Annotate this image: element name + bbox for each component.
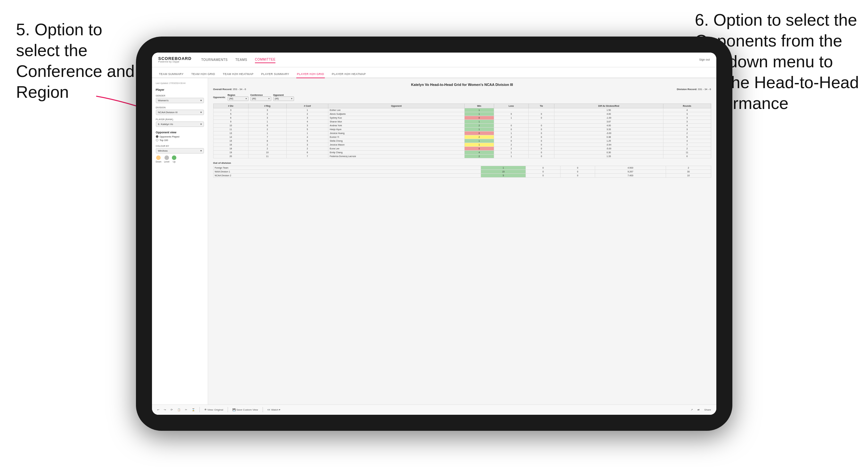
cell-opponent: Eunice Yi xyxy=(328,135,464,139)
cell-win: 1 xyxy=(464,108,494,112)
undo-btn[interactable]: ↩ xyxy=(157,408,159,411)
cell-loss: 1 xyxy=(494,116,529,120)
cell-opponent: Jessica Huang xyxy=(328,131,464,135)
player-rank-label: Player (Rank) xyxy=(156,118,204,121)
nav-item-tournaments[interactable]: TOURNAMENTS xyxy=(201,57,228,63)
ood-cell-rounds: 10 xyxy=(666,174,711,177)
view-original-btn[interactable]: 👁 View: Original xyxy=(204,408,223,411)
ood-cell-loss: 0 xyxy=(526,174,560,177)
sign-out-link[interactable]: Sign out xyxy=(699,58,710,61)
col-header-div: # Div xyxy=(213,103,248,108)
cell-diff: 0.30 xyxy=(554,150,663,154)
cell-loss: 0 xyxy=(494,112,529,116)
watch-btn[interactable]: 👀 Watch ▾ xyxy=(268,408,281,411)
sub-nav-player-h2h-heatmap[interactable]: PLAYER H2H HEATMAP xyxy=(331,70,367,78)
cell-reg: 2 xyxy=(248,147,286,150)
copy-btn[interactable]: 📋 xyxy=(177,408,181,411)
region-select[interactable]: (All)▾ xyxy=(228,96,248,101)
sub-nav-team-h2h-grid[interactable]: TEAM H2H GRID xyxy=(190,70,215,78)
brand-sub: Powered by clippd xyxy=(158,61,192,63)
player-rank-select[interactable]: 8. Katelyn Vo▾ xyxy=(156,122,204,127)
col-header-reg: # Reg xyxy=(248,103,286,108)
colour-level xyxy=(164,155,169,160)
cell-diff: -3.00 xyxy=(554,131,663,135)
table-row: 11 2 5 Heejo Hyun 1 0 0 3.33 3 xyxy=(213,127,711,131)
history-btn[interactable]: ⌛ xyxy=(192,408,195,411)
up-label: Up xyxy=(173,161,176,163)
opponent-select[interactable]: (All)▾ xyxy=(273,96,294,101)
cell-win: 2 xyxy=(464,154,494,158)
col-header-conf: # Conf xyxy=(286,103,328,108)
cell-reg: 2 xyxy=(248,112,286,116)
records-row: Overall Record: 353 - 34 - 6 Division Re… xyxy=(213,88,711,91)
table-row: 20 11 7 Federica Domecq Lacroze 2 1 0 1.… xyxy=(213,154,711,158)
opponent-title: Opponent xyxy=(273,94,294,96)
cell-div: 20 xyxy=(213,154,248,158)
cell-rounds: 3 xyxy=(663,112,711,116)
cell-div: 18 xyxy=(213,147,248,150)
cell-reg: 7 xyxy=(248,135,286,139)
cell-win: 1 xyxy=(464,143,494,147)
cell-opponent: Jessica Mason xyxy=(328,143,464,147)
cell-win: 0 xyxy=(464,131,494,135)
gender-select[interactable]: Women's▾ xyxy=(156,98,204,103)
share-btn[interactable]: Share xyxy=(704,408,711,411)
cell-div: 11 xyxy=(213,127,248,131)
cell-win: 0 xyxy=(464,147,494,150)
cell-opponent: Federica Domecq Lacroze xyxy=(328,154,464,158)
cell-win: 2 xyxy=(464,123,494,127)
col-header-win: Win xyxy=(464,103,494,108)
export-btn[interactable]: ↗ xyxy=(691,408,693,411)
main-data-table: # Div # Reg # Conf Opponent Win Loss Tie… xyxy=(213,103,711,158)
cell-loss: 0 xyxy=(494,139,529,143)
ood-cell-tie: 0 xyxy=(560,166,595,169)
ood-table-row: NAIA Division 1 15 0 0 9.267 30 xyxy=(213,169,711,174)
colour-by-select[interactable]: Win/loss▾ xyxy=(156,148,204,154)
radio-top100[interactable]: Top 100 xyxy=(156,139,204,142)
cell-win: 1 xyxy=(464,127,494,131)
cell-rounds: 6 xyxy=(663,154,711,158)
division-record: Division Record: 331 - 34 - 6 xyxy=(677,88,711,91)
division-select[interactable]: NCAA Division III▾ xyxy=(156,110,204,115)
cell-loss: 2 xyxy=(494,135,529,139)
player-section-title: Player xyxy=(156,88,204,91)
undo2-btn[interactable]: ↪ xyxy=(164,408,166,411)
cell-div: 6 xyxy=(213,116,248,120)
save-custom-view-btn[interactable]: 💾 Save Custom View xyxy=(232,408,258,411)
cell-tie xyxy=(528,120,554,123)
cell-diff: 1.33 xyxy=(554,154,663,158)
conference-select[interactable]: (All)▾ xyxy=(250,96,271,101)
cell-loss: 1 xyxy=(494,154,529,158)
cell-reg: 2 xyxy=(248,127,286,131)
nav-item-committee[interactable]: COMMITTEE xyxy=(255,56,276,63)
cell-tie: 0 xyxy=(528,112,554,116)
cell-reg: 3 xyxy=(248,108,286,112)
table-row: 5 2 2 Alexis Sudjianto 1 0 0 4.00 3 xyxy=(213,112,711,116)
cell-diff: 0.38 xyxy=(554,135,663,139)
cell-reg: 6 xyxy=(248,123,286,127)
swap-btn[interactable]: ⇄ xyxy=(698,408,700,411)
cell-rounds: 9 xyxy=(663,135,711,139)
opponent-filter-group: Opponent (All)▾ xyxy=(273,94,294,101)
ood-cell-win: 15 xyxy=(481,169,526,174)
cell-loss: 1 xyxy=(494,131,529,135)
table-row: 13 1 1 Jessica Huang 0 1 0 -3.00 2 xyxy=(213,131,711,135)
sub-nav-player-summary[interactable]: PLAYER SUMMARY xyxy=(261,70,290,78)
table-row: 10 6 3 Andrea York 2 0 0 4.00 4 xyxy=(213,123,711,127)
refresh-btn[interactable]: ⟳ xyxy=(170,408,173,411)
sub-nav-player-h2h-grid[interactable]: PLAYER H2H GRID xyxy=(296,70,325,78)
cell-win: 4 xyxy=(464,150,494,154)
cell-opponent: Sharon Mun xyxy=(328,120,464,123)
radio-opponents-played[interactable]: Opponents Played xyxy=(156,135,204,138)
nav-item-teams[interactable]: TEAMS xyxy=(235,57,247,63)
sub-nav-team-h2h-heatmap[interactable]: TEAM H2H HEATMAP xyxy=(222,70,254,78)
level-label: Level xyxy=(164,161,169,163)
cell-loss: 0 xyxy=(494,123,529,127)
radio-dot-checked xyxy=(156,135,158,138)
ood-cell-tie: 0 xyxy=(560,169,595,174)
cell-conf: 2 xyxy=(286,147,328,150)
cut-btn[interactable]: ✂ xyxy=(185,408,187,411)
cell-diff: 1.25 xyxy=(554,139,663,143)
division-label: Division xyxy=(156,106,204,108)
sub-nav-team-summary[interactable]: TEAM SUMMARY xyxy=(158,70,184,78)
